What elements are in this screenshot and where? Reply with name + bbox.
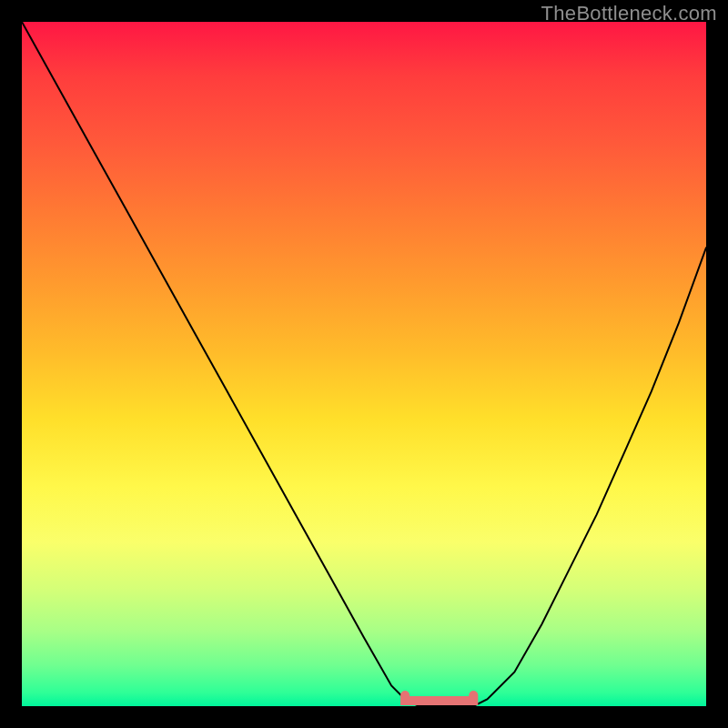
chart-curve-layer xyxy=(22,22,706,706)
flat-region-marker xyxy=(405,695,473,701)
bottleneck-chart: TheBottleneck.com xyxy=(0,0,728,728)
bottleneck-curve-line xyxy=(22,22,706,706)
plot-area xyxy=(22,22,706,706)
